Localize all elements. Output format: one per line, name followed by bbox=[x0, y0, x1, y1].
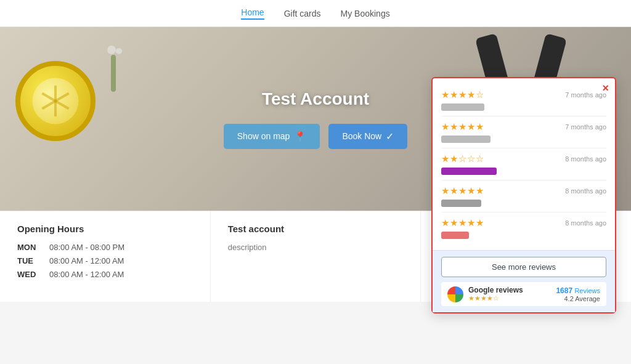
reviewer-avatar-3 bbox=[441, 168, 497, 175]
review-item: ★★★★★ 8 months ago bbox=[441, 180, 606, 212]
review-item: ★★★★★ 8 months ago bbox=[441, 212, 606, 244]
google-reviews-bar: Google reviews ★★★★☆ 1687 Reviews 4.2 Av… bbox=[441, 282, 606, 306]
reviewer-avatar-1 bbox=[441, 103, 484, 111]
nav-item-gift-cards[interactable]: Gift cards bbox=[284, 9, 321, 18]
review-time-2: 7 months ago bbox=[565, 123, 606, 131]
hours-row-tue: TUE 08:00 AM - 12:00 AM bbox=[17, 256, 193, 265]
review-stars-3: ★★☆☆☆ bbox=[441, 153, 484, 164]
navigation: Home Gift cards My Bookings bbox=[0, 0, 631, 27]
day-wed: WED bbox=[17, 270, 41, 279]
reviews-list: ★★★★☆ 7 months ago ★★★★★ 7 months ago ★★… bbox=[433, 78, 615, 250]
google-review-count: 1687 bbox=[556, 286, 572, 295]
review-stars-4: ★★★★★ bbox=[441, 185, 484, 196]
review-item: ★★☆☆☆ 8 months ago bbox=[441, 148, 606, 180]
hours-row-mon: MON 08:00 AM - 08:00 PM bbox=[17, 243, 193, 252]
nav-item-home[interactable]: Home bbox=[241, 7, 264, 20]
nav-item-my-bookings[interactable]: My Bookings bbox=[341, 9, 390, 18]
hours-row-wed: WED 08:00 AM - 12:00 AM bbox=[17, 270, 193, 279]
google-reviews-stats: 1687 Reviews 4.2 Average bbox=[556, 286, 600, 302]
review-item: ★★★★★ 7 months ago bbox=[441, 116, 606, 148]
reviews-panel: × ★★★★☆ 7 months ago ★★★★★ 7 months ago … bbox=[431, 77, 616, 313]
google-reviews-label: Reviews bbox=[574, 287, 600, 294]
hero-title: Test Account bbox=[262, 89, 369, 109]
reviews-footer: See more reviews Google reviews ★★★★☆ 16… bbox=[433, 250, 615, 312]
review-item: ★★★★☆ 7 months ago bbox=[441, 84, 606, 116]
reviews-close-button[interactable]: × bbox=[602, 83, 609, 94]
show-on-map-label: Show on map bbox=[237, 131, 290, 141]
checkmark-icon: ✓ bbox=[386, 131, 394, 142]
review-stars-1: ★★★★☆ bbox=[441, 89, 484, 100]
google-average-label: Average bbox=[575, 295, 600, 302]
book-now-button[interactable]: Book Now ✓ bbox=[328, 124, 407, 149]
see-more-reviews-button[interactable]: See more reviews bbox=[441, 257, 606, 277]
reviewer-avatar-5 bbox=[441, 232, 469, 239]
business-info-heading: Test account bbox=[228, 224, 404, 234]
hero-buttons: Show on map 📍 Book Now ✓ bbox=[224, 124, 407, 149]
map-pin-icon: 📍 bbox=[294, 131, 306, 142]
google-reviews-title: Google reviews bbox=[468, 286, 551, 294]
business-info-col: Test account description bbox=[211, 211, 421, 302]
day-tue: TUE bbox=[17, 256, 41, 265]
hours-tue: 08:00 AM - 12:00 AM bbox=[49, 256, 124, 265]
google-info: Google reviews ★★★★☆ bbox=[468, 286, 551, 302]
review-time-5: 8 months ago bbox=[565, 219, 606, 227]
review-stars-2: ★★★★★ bbox=[441, 121, 484, 132]
day-mon: MON bbox=[17, 243, 41, 252]
hours-wed: 08:00 AM - 12:00 AM bbox=[49, 270, 124, 279]
business-description: description bbox=[228, 243, 404, 252]
show-on-map-button[interactable]: Show on map 📍 bbox=[224, 124, 320, 149]
google-reviews-stars: ★★★★☆ bbox=[468, 294, 551, 302]
review-time-3: 8 months ago bbox=[565, 155, 606, 163]
google-average: 4.2 bbox=[564, 295, 573, 302]
opening-hours-col: Opening Hours MON 08:00 AM - 08:00 PM TU… bbox=[0, 211, 211, 302]
opening-hours-heading: Opening Hours bbox=[17, 224, 193, 234]
book-now-label: Book Now bbox=[342, 131, 381, 141]
review-time-4: 8 months ago bbox=[565, 187, 606, 195]
google-logo-icon bbox=[447, 286, 463, 302]
review-stars-5: ★★★★★ bbox=[441, 217, 484, 229]
review-time-1: 7 months ago bbox=[565, 91, 606, 99]
reviewer-avatar-2 bbox=[441, 135, 491, 143]
reviewer-avatar-4 bbox=[441, 200, 481, 207]
hours-mon: 08:00 AM - 08:00 PM bbox=[49, 243, 124, 252]
